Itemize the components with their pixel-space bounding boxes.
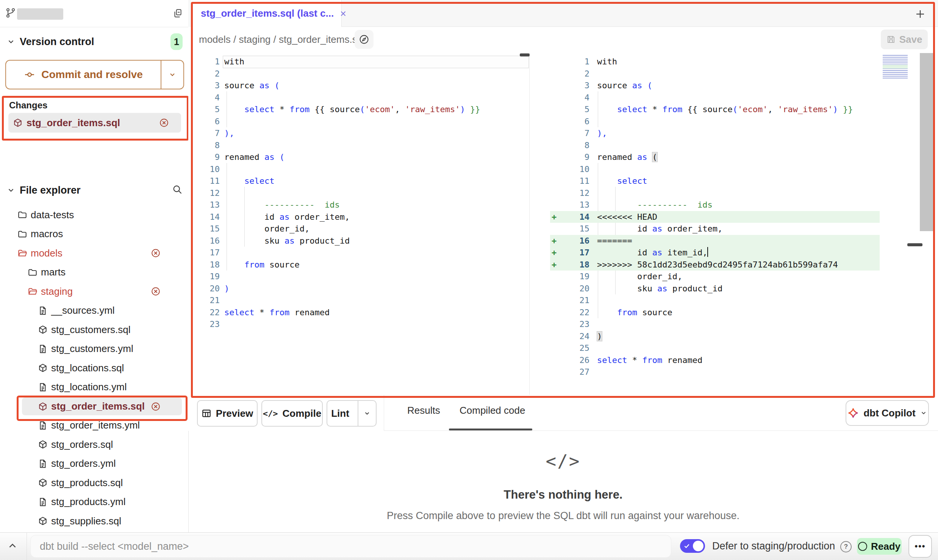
tab-compiled-code[interactable]: Compiled code [460,405,525,416]
file-explorer-item[interactable]: staging [0,282,188,301]
status-badge[interactable]: Ready [857,538,902,555]
code-line[interactable]: 8 [205,139,530,152]
help-icon[interactable]: ? [840,541,852,552]
code-line[interactable]: 10 [205,163,530,175]
modified-x-icon[interactable] [151,402,161,411]
preview-button[interactable]: Preview [197,400,258,427]
code-line[interactable]: 5 select * from {{ source('ecom', 'raw_i… [205,103,530,116]
file-explorer-item[interactable]: __sources.yml [0,301,188,321]
vertical-scrollbar-thumb[interactable] [920,53,934,231]
file-explorer-item[interactable]: stg_locations.sql [0,358,188,378]
code-line[interactable]: 3source as ( [550,80,880,92]
file-explorer-item[interactable]: marts [0,263,188,282]
code-line[interactable]: 11 select [550,175,880,187]
code-line[interactable]: 11 select [205,175,530,187]
code-line[interactable]: 23 [205,318,530,330]
code-line[interactable]: 1with [550,56,880,68]
modified-x-icon[interactable] [159,118,169,128]
compile-button[interactable]: </> Compile [261,400,323,427]
code-line[interactable]: +17 id as item_id, [550,247,880,259]
code-line[interactable]: +18>>>>>>> 58c1dd23d5eebd9cd2495fa7124ab… [550,259,880,271]
code-line[interactable]: 7), [205,127,530,139]
code-line[interactable]: 9renamed as ( [550,151,880,163]
code-line[interactable]: 3source as ( [205,80,530,92]
file-explorer-item[interactable]: stg_customers.yml [0,339,188,359]
code-line[interactable]: 26select * from renamed [550,354,880,366]
file-explorer-item[interactable]: stg_order_items.yml [0,416,188,435]
code-line[interactable]: 9renamed as ( [205,151,530,163]
code-line[interactable]: 21 [550,294,880,307]
lint-dropdown[interactable] [358,401,376,426]
file-explorer-item[interactable]: stg_supplies.sql [0,512,188,531]
file-explorer-item[interactable]: macros [0,225,188,244]
code-line[interactable]: 5 select * from {{ source('ecom', 'raw_i… [550,103,880,116]
file-explorer-item[interactable]: models [0,244,188,263]
modified-x-icon[interactable] [151,248,161,258]
code-line[interactable]: 21 [205,294,530,307]
file-explorer-item[interactable]: stg_locations.yml [0,378,188,397]
code-line[interactable]: 27 [550,366,880,378]
file-explorer-item[interactable]: stg_orders.sql [0,435,188,454]
code-line[interactable]: 23 [550,318,880,330]
editor-pane-original[interactable]: 1with23source as (45 select * from {{ so… [205,56,530,330]
file-explorer-item[interactable]: stg_products.yml [0,493,188,512]
more-options-button[interactable]: ••• [908,535,932,558]
changed-file-row[interactable]: stg_order_items.sql [8,113,181,133]
save-button[interactable]: Save [881,30,928,49]
dbt-copilot-button[interactable]: dbt Copilot [846,400,929,426]
copy-icon[interactable] [173,8,183,18]
editor-pane-conflict[interactable]: 1with23source as (45 select * from {{ so… [550,56,880,378]
version-control-header[interactable]: Version control [7,33,181,51]
file-explorer-item[interactable]: stg_products.sql [0,473,188,493]
modified-x-icon[interactable] [151,286,161,296]
code-line[interactable]: 10 [550,163,880,175]
code-line[interactable]: 14 id as order_item, [205,211,530,223]
compass-icon[interactable] [355,30,374,49]
close-icon[interactable] [339,9,347,18]
file-explorer-header[interactable]: File explorer [7,181,166,199]
file-explorer-item[interactable]: stg_order_items.sql [22,397,182,415]
commit-options-dropdown[interactable] [161,61,183,89]
search-icon[interactable] [172,184,183,195]
code-line[interactable]: 22select * from renamed [205,307,530,319]
code-line[interactable]: 15 id as order_item, [550,223,880,235]
lint-button[interactable]: Lint [327,400,377,427]
code-line[interactable]: 1with [205,56,530,68]
tab-stg-order-items[interactable]: stg_order_items.sql (last c... [191,0,342,27]
code-line[interactable]: 6 [550,116,880,128]
code-line[interactable]: 19 order_id, [550,271,880,283]
code-line[interactable]: 22 from source [550,307,880,319]
code-line[interactable]: 17 [205,247,530,259]
code-line[interactable]: 24) [550,330,880,343]
code-line[interactable]: +14<<<<<<< HEAD [550,211,880,223]
file-explorer-item[interactable]: data-tests [0,205,188,225]
code-line[interactable]: 6 [205,116,530,128]
breadcrumb[interactable]: models / staging / stg_order_items.sql [199,34,365,45]
file-explorer-item[interactable]: stg_orders.yml [0,454,188,474]
tab-results[interactable]: Results [407,405,440,416]
code-line[interactable]: 2 [550,68,880,80]
file-explorer-item[interactable]: stg_customers.sql [0,320,188,339]
code-line[interactable]: 20 sku as product_id [550,283,880,295]
code-line[interactable]: 4 [205,92,530,104]
code-line[interactable]: 25 [550,342,880,354]
code-line[interactable]: +16======= [550,235,880,247]
code-line[interactable]: 13 ---------- ids [205,199,530,211]
code-line[interactable]: 8 [550,139,880,152]
code-line[interactable]: 4 [550,92,880,104]
collapse-icon[interactable] [7,540,18,552]
command-input[interactable]: dbt build --select <model_name> [30,535,671,558]
commit-and-resolve-button[interactable]: Commit and resolve [5,60,184,89]
add-tab-icon[interactable] [915,8,926,20]
code-line[interactable]: 19 [205,271,530,283]
code-line[interactable]: 18 from source [205,259,530,271]
defer-toggle[interactable] [680,539,705,553]
minimap[interactable] [883,55,908,78]
horizontal-scrollbar[interactable] [520,53,530,56]
code-line[interactable]: 16 sku as product_id [205,235,530,247]
code-line[interactable]: 13 ---------- ids [550,199,880,211]
code-line[interactable]: 7), [550,127,880,139]
code-line[interactable]: 12 [550,187,880,199]
horizontal-scrollbar[interactable] [907,243,922,246]
code-line[interactable]: 20) [205,283,530,295]
